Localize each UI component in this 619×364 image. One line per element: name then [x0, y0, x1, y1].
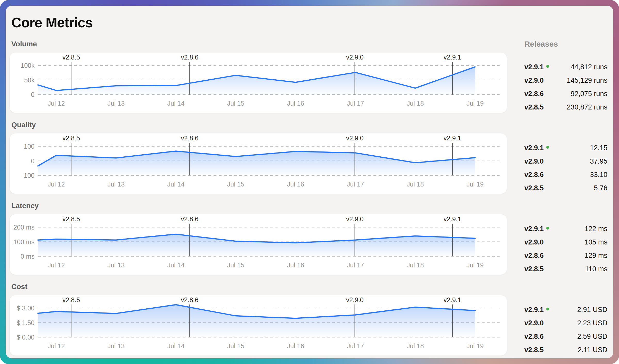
- svg-text:Jul 15: Jul 15: [227, 261, 245, 269]
- svg-text:100k: 100k: [21, 62, 35, 69]
- cost-chart-panel: $ 3.00$ 1.50$ 0.00v2.8.5v2.8.6v2.9.0v2.9…: [10, 295, 507, 355]
- release-version: v2.8.5: [524, 265, 544, 273]
- metric-title-volume: Volume: [11, 40, 507, 48]
- release-row: v2.9.0 37.95: [524, 155, 607, 168]
- svg-text:v2.9.0: v2.9.0: [346, 215, 364, 223]
- svg-text:Jul 13: Jul 13: [108, 181, 125, 188]
- svg-text:Jul 14: Jul 14: [167, 342, 185, 350]
- svg-text:Jul 17: Jul 17: [347, 100, 364, 107]
- release-row: v2.8.6 92,075 runs: [524, 87, 607, 100]
- release-row: v2.9.0 105 ms: [524, 235, 607, 249]
- release-version: v2.8.6: [524, 333, 544, 341]
- svg-text:v2.9.1: v2.9.1: [444, 215, 461, 223]
- latency-chart-panel: 200 ms100 ms0 msv2.8.5v2.8.6v2.9.0v2.9.1…: [10, 214, 507, 275]
- dashboard-content: Volume 100k50k0v2.8.5v2.8.6v2.9.0v2.9.1J…: [10, 33, 613, 357]
- svg-text:v2.8.5: v2.8.5: [62, 134, 80, 142]
- metric-section-latency: Latency 200 ms100 ms0 msv2.8.5v2.8.6v2.9…: [10, 195, 507, 276]
- svg-text:Jul 17: Jul 17: [347, 342, 364, 350]
- page-title: Core Metrics: [11, 14, 613, 30]
- svg-text:v2.8.5: v2.8.5: [62, 215, 80, 223]
- svg-text:v2.9.1: v2.9.1: [444, 296, 461, 303]
- release-version: v2.8.5: [524, 346, 544, 354]
- svg-text:Jul 16: Jul 16: [287, 261, 304, 269]
- svg-text:Jul 14: Jul 14: [167, 181, 185, 188]
- svg-text:Jul 17: Jul 17: [347, 261, 364, 269]
- release-version: v2.8.5: [524, 184, 544, 192]
- svg-text:Jul 12: Jul 12: [48, 100, 65, 107]
- release-value: 37.95: [590, 157, 607, 165]
- releases-column-quality: v2.9.1 12.15 v2.9.0 37.95 v2.8.6 33.10 v…: [524, 114, 607, 195]
- quality-chart-panel: 1000-100v2.8.5v2.8.6v2.9.0v2.9.1Jul 12Ju…: [10, 133, 507, 194]
- release-value: 2.59 USD: [577, 333, 607, 341]
- release-version: v2.9.0: [524, 157, 544, 165]
- release-value: 129 ms: [584, 252, 607, 260]
- release-version: v2.8.6: [524, 171, 544, 179]
- svg-text:v2.9.1: v2.9.1: [444, 54, 461, 61]
- svg-text:Jul 18: Jul 18: [407, 100, 424, 107]
- latency-chart[interactable]: 200 ms100 ms0 msv2.8.5v2.8.6v2.9.0v2.9.1…: [10, 214, 507, 275]
- metric-section-quality: Quality 1000-100v2.8.5v2.8.6v2.9.0v2.9.1…: [10, 114, 507, 195]
- release-row: v2.8.6 2.59 USD: [524, 330, 607, 343]
- metric-title-latency: Latency: [11, 201, 507, 210]
- release-row: v2.9.1 2.91 USD: [524, 303, 607, 316]
- svg-text:Jul 15: Jul 15: [227, 100, 245, 107]
- svg-text:Jul 12: Jul 12: [48, 181, 65, 188]
- release-value: 122 ms: [584, 225, 607, 233]
- svg-text:$ 1.50: $ 1.50: [17, 319, 35, 326]
- releases-header: Releases: [524, 40, 607, 48]
- svg-text:50k: 50k: [24, 77, 35, 84]
- release-value: 44,812 runs: [571, 63, 607, 71]
- release-row: v2.8.5 230,872 runs: [524, 100, 607, 114]
- quality-chart[interactable]: 1000-100v2.8.5v2.8.6v2.9.0v2.9.1Jul 12Ju…: [10, 133, 507, 194]
- svg-text:v2.9.0: v2.9.0: [346, 296, 364, 303]
- release-value: 230,872 runs: [567, 103, 607, 111]
- svg-text:Jul 16: Jul 16: [287, 100, 304, 107]
- svg-text:-100: -100: [22, 172, 35, 179]
- current-release-dot: [546, 227, 549, 230]
- svg-text:Jul 12: Jul 12: [48, 261, 65, 269]
- cost-release-list: v2.9.1 2.91 USD v2.9.0 2.23 USD v2.8.6 2…: [524, 295, 607, 357]
- svg-text:0: 0: [31, 157, 35, 165]
- gradient-frame: Core Metrics Volume 100k50k0v2.8.5v2.8.6…: [0, 0, 619, 364]
- svg-text:v2.8.6: v2.8.6: [181, 54, 198, 61]
- svg-text:v2.9.0: v2.9.0: [346, 134, 364, 142]
- svg-text:Jul 18: Jul 18: [407, 261, 424, 269]
- release-row: v2.9.0 145,129 runs: [524, 74, 607, 87]
- release-version: v2.8.6: [524, 90, 544, 98]
- current-release-dot: [546, 308, 549, 310]
- release-version: v2.9.0: [524, 77, 544, 84]
- release-version: v2.9.1: [524, 144, 544, 152]
- release-value: 12.15: [590, 144, 607, 152]
- current-release-dot: [546, 65, 549, 68]
- release-row: v2.9.1 44,812 runs: [524, 60, 607, 74]
- volume-chart[interactable]: 100k50k0v2.8.5v2.8.6v2.9.0v2.9.1Jul 12Ju…: [10, 53, 507, 113]
- svg-text:Jul 14: Jul 14: [167, 261, 185, 269]
- release-version: v2.8.6: [524, 252, 544, 260]
- dashboard-page: Core Metrics Volume 100k50k0v2.8.5v2.8.6…: [6, 6, 613, 358]
- svg-text:Jul 16: Jul 16: [287, 342, 304, 350]
- release-value: 145,129 runs: [567, 77, 607, 84]
- metric-title-cost: Cost: [11, 282, 507, 291]
- metric-section-cost: Cost $ 3.00$ 1.50$ 0.00v2.8.5v2.8.6v2.9.…: [10, 276, 507, 357]
- release-row: v2.8.5 2.11 USD: [524, 343, 607, 357]
- release-row: v2.9.0 2.23 USD: [524, 316, 607, 330]
- svg-text:200 ms: 200 ms: [13, 224, 35, 231]
- release-version: v2.9.0: [524, 319, 544, 327]
- svg-text:v2.8.6: v2.8.6: [181, 134, 198, 142]
- release-value: 5.76: [594, 184, 607, 192]
- svg-text:Jul 19: Jul 19: [467, 100, 484, 107]
- release-value: 2.23 USD: [577, 319, 607, 327]
- svg-text:Jul 13: Jul 13: [108, 342, 125, 350]
- latency-release-list: v2.9.1 122 ms v2.9.0 105 ms v2.8.6 129 m…: [524, 214, 607, 276]
- svg-text:v2.9.1: v2.9.1: [444, 134, 461, 142]
- svg-text:100 ms: 100 ms: [13, 238, 35, 246]
- svg-text:Jul 13: Jul 13: [108, 100, 125, 107]
- cost-chart[interactable]: $ 3.00$ 1.50$ 0.00v2.8.5v2.8.6v2.9.0v2.9…: [10, 295, 507, 355]
- volume-chart-panel: 100k50k0v2.8.5v2.8.6v2.9.0v2.9.1Jul 12Ju…: [10, 53, 507, 113]
- svg-text:Jul 15: Jul 15: [227, 342, 245, 350]
- release-version: v2.9.1: [524, 306, 544, 314]
- svg-text:$ 3.00: $ 3.00: [17, 304, 35, 312]
- svg-text:Jul 18: Jul 18: [407, 342, 424, 350]
- release-version: v2.9.0: [524, 238, 544, 246]
- release-value: 105 ms: [584, 238, 607, 246]
